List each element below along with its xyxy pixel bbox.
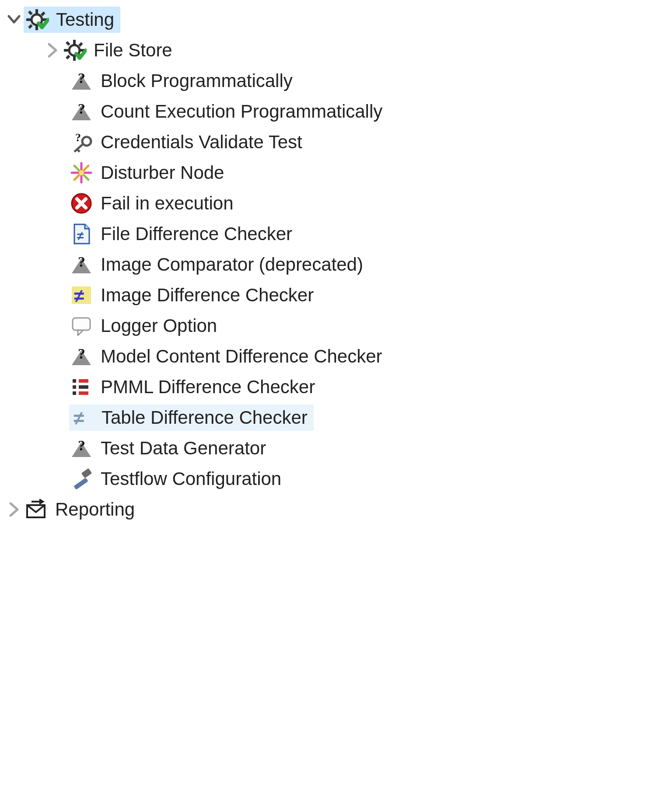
tree-item-label: Disturber Node <box>100 161 227 184</box>
tree-item-label: Block Programmatically <box>100 70 295 92</box>
tree-item-model-content-diff[interactable]: Model Content Difference Checker <box>4 341 668 372</box>
tree-item-test-data-generator[interactable]: Test Data Generator <box>4 433 668 464</box>
tree-item-label: File Difference Checker <box>100 223 295 245</box>
file-neq-icon <box>69 222 94 246</box>
tree-view: Testing File Store Block Programmaticall… <box>0 0 672 542</box>
chevron-right-icon[interactable] <box>4 500 24 519</box>
speech-bubble-icon <box>69 314 94 338</box>
question-triangle-icon <box>69 436 94 461</box>
pmml-diff-icon <box>69 375 94 399</box>
neq-blue-icon <box>69 283 94 307</box>
gear-check-icon <box>24 7 49 32</box>
tree-item-label: Credentials Validate Test <box>100 131 305 154</box>
tree-item-label: Reporting <box>54 498 137 521</box>
tree-item-block-programmatically[interactable]: Block Programmatically <box>4 66 668 96</box>
tree-item-image-comparator[interactable]: Image Comparator (deprecated) <box>4 249 668 280</box>
tree-item-label: Table Difference Checker <box>101 406 310 429</box>
question-triangle-icon <box>69 69 94 93</box>
tree-item-credentials-validate[interactable]: Credentials Validate Test <box>4 127 668 157</box>
neq-slate-icon <box>70 405 94 430</box>
chevron-down-icon[interactable] <box>4 10 24 29</box>
tree-item-label: Model Content Difference Checker <box>100 345 385 368</box>
tree-item-label: File Store <box>93 39 175 62</box>
error-circle-icon <box>69 191 94 216</box>
question-triangle-icon <box>69 344 94 369</box>
tree-item-count-execution[interactable]: Count Execution Programmatically <box>4 96 668 127</box>
question-triangle-icon <box>69 252 94 277</box>
flower-icon <box>69 161 94 185</box>
tree-item-label: PMML Difference Checker <box>100 376 318 398</box>
tree-item-pmml-diff-checker[interactable]: PMML Difference Checker <box>4 372 668 402</box>
tree-item-table-diff-checker[interactable]: Table Difference Checker <box>4 402 668 433</box>
tree-item-reporting[interactable]: Reporting <box>4 494 668 525</box>
tree-item-label: Testing <box>55 8 117 31</box>
tree-item-label: Test Data Generator <box>100 437 269 460</box>
tree-item-testing[interactable]: Testing <box>4 4 668 35</box>
tree-item-file-store[interactable]: File Store <box>4 35 668 66</box>
tree-item-file-diff-checker[interactable]: File Difference Checker <box>4 219 668 249</box>
tree-item-logger-option[interactable]: Logger Option <box>4 311 668 341</box>
gear-check-icon <box>62 38 87 63</box>
hammer-icon <box>69 467 94 491</box>
tree-item-image-diff-checker[interactable]: Image Difference Checker <box>4 280 668 311</box>
tree-item-fail-in-execution[interactable]: Fail in execution <box>4 188 668 219</box>
question-triangle-icon <box>69 99 94 124</box>
tree-item-label: Logger Option <box>100 314 220 337</box>
tree-item-label: Fail in execution <box>100 192 236 215</box>
tree-item-testflow-config[interactable]: Testflow Configuration <box>4 464 668 494</box>
tree-item-label: Testflow Configuration <box>100 468 284 490</box>
tree-item-label: Image Comparator (deprecated) <box>100 253 366 276</box>
tree-item-label: Image Difference Checker <box>100 284 316 307</box>
tree-item-disturber-node[interactable]: Disturber Node <box>4 157 668 188</box>
tree-item-label: Count Execution Programmatically <box>100 100 385 123</box>
envelope-arrow-icon <box>24 497 48 522</box>
chevron-right-icon[interactable] <box>43 41 62 60</box>
key-question-icon <box>69 130 94 154</box>
